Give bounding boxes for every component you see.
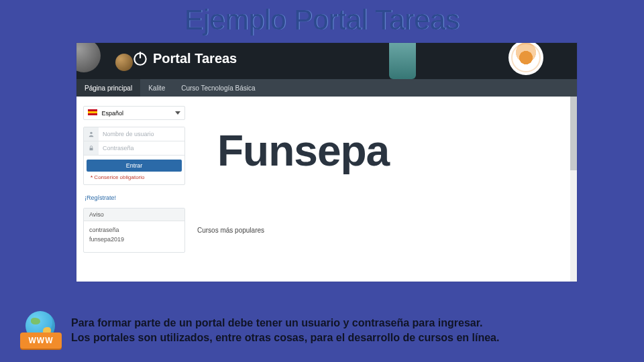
notice-line-2: funsepa2019 — [89, 236, 179, 243]
portal-brand[interactable]: Portal Tareas — [131, 50, 237, 67]
language-text: Español — [102, 110, 124, 117]
portal-banner: Portal Tareas — [76, 43, 577, 79]
portal-content: Español Entrar — [76, 97, 577, 259]
portal-screenshot: Portal Tareas Página principal Kalite Cu… — [76, 43, 577, 282]
sidebar: Español Entrar — [83, 106, 185, 259]
chevron-down-icon — [175, 111, 180, 115]
register-link[interactable]: ¡Regístrate! — [83, 192, 185, 208]
vertical-scrollbar[interactable] — [570, 97, 577, 282]
footer-text: Para formar parte de un portal debe tene… — [71, 316, 499, 345]
language-select[interactable]: Español — [83, 106, 185, 120]
login-card: Entrar * Conserice obligatorio — [83, 127, 185, 185]
planet-icon — [76, 43, 101, 72]
nav-curso-tecnologia[interactable]: Curso Tecnología Básica — [173, 79, 263, 97]
main-nav: Página principal Kalite Curso Tecnología… — [76, 79, 577, 97]
spain-flag-icon — [88, 109, 97, 115]
required-note: * Conserice obligatorio — [84, 174, 184, 184]
popular-courses-heading: Cursos más populares — [197, 227, 570, 234]
notice-body: contraseña funsepa2019 — [84, 221, 184, 252]
planet-small-icon — [115, 54, 133, 71]
nav-home[interactable]: Página principal — [76, 79, 140, 97]
slide-footer: WWW Para formar parte de un portal debe … — [20, 311, 631, 350]
user-icon — [84, 127, 99, 141]
main-area: Funsepa Cursos más populares — [197, 106, 570, 259]
required-note-text: Conserice obligatorio — [94, 174, 144, 180]
www-label: WWW — [20, 333, 62, 349]
notice-card: Aviso contraseña funsepa2019 — [83, 208, 185, 253]
password-input[interactable] — [99, 141, 184, 155]
slide-title: Ejemplo Portal Tareas — [0, 0, 644, 36]
brand-text: Portal Tareas — [153, 51, 237, 66]
notice-line-1: contraseña — [89, 227, 179, 233]
footer-line-2: Los portales son utilizados, entre otras… — [71, 330, 499, 345]
scrollbar-thumb[interactable] — [570, 97, 577, 170]
notice-header: Aviso — [84, 208, 184, 221]
svg-rect-3 — [90, 148, 93, 151]
password-row — [84, 141, 184, 156]
lock-icon — [84, 141, 99, 155]
username-input[interactable] — [99, 127, 184, 141]
footer-line-1: Para formar parte de un portal debe tene… — [71, 316, 499, 330]
username-row — [84, 127, 184, 141]
power-icon — [131, 50, 149, 67]
scientist-icon — [508, 43, 543, 75]
www-globe-icon: WWW — [20, 311, 62, 350]
nav-kalite[interactable]: Kalite — [140, 79, 173, 97]
test-tube-icon — [389, 43, 416, 79]
language-label: Español — [88, 109, 123, 117]
funsepa-logo: Funsepa — [217, 126, 570, 176]
svg-point-2 — [90, 132, 92, 134]
login-button[interactable]: Entrar — [87, 160, 182, 172]
